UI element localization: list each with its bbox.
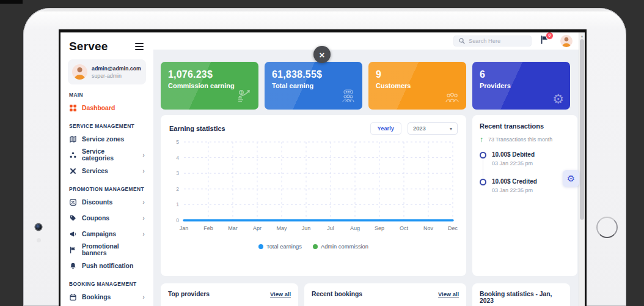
sidebar: Servee admin@admin.com super-admin MAIN … [60,32,153,306]
top-providers-card: Top providers View all [161,283,298,306]
legend-label: Admin commission [321,244,368,250]
stat-value: 9 [376,69,459,80]
dashboard-app: Servee admin@admin.com super-admin MAIN … [60,32,585,306]
profile-card[interactable]: admin@admin.com super-admin [68,59,146,84]
search-box[interactable] [453,35,532,47]
transactions-title: Recent transactions [480,122,570,130]
svg-text:2: 2 [176,186,179,192]
booking-statistics-card: Booking statistics - Jan, 2023 [472,283,570,306]
chevron-right-icon: › [142,215,145,222]
sidebar-item-push-notification[interactable]: Push notification [68,258,146,274]
megaphone-icon [69,231,77,237]
earnings-trend-icon: $ [236,89,252,105]
recent-bookings-card: Recent bookings View all [304,283,466,306]
svg-text:Feb: Feb [203,225,213,231]
svg-text:Apr: Apr [253,225,262,231]
stat-card-total-earning[interactable]: 61,838.55$ Total earning [265,62,362,110]
transaction-item[interactable]: 10.00$ Credited 03 Jan 22:35 pm [480,178,570,193]
profile-role: super-admin [92,73,141,79]
sidebar-item-dashboard[interactable]: Dashboard [68,100,146,116]
card-title: Recent bookings [312,291,362,297]
svg-text:Jan: Jan [180,225,189,231]
top-header: 0 [153,32,585,50]
view-all-link[interactable]: View all [270,291,291,297]
sidebar-item-discounts[interactable]: Discounts › [68,194,146,210]
discount-icon [69,199,77,206]
sidebar-item-label: Service zones [82,136,124,143]
flag-icon [69,247,77,253]
close-button[interactable]: × [313,46,331,63]
home-button[interactable] [596,217,618,238]
scrollbar-up-arrow[interactable]: ▲ [579,32,585,39]
transaction-time: 03 Jan 22:35 pm [492,187,537,193]
stat-card-providers[interactable]: 6 Providers ⚙ [472,62,570,110]
legend-dot-icon [313,244,318,249]
tablet-screen: Servee admin@admin.com super-admin MAIN … [59,29,587,306]
svg-text:Nov: Nov [423,225,434,231]
sidebar-item-service-categories[interactable]: Service categories › [68,147,146,163]
notifications-button[interactable]: 0 [541,35,549,47]
customers-group-icon [444,91,460,105]
legend-item[interactable]: Total earnings [258,244,302,250]
stat-card-commission-earning[interactable]: 1,076.23$ Commission earning $ [161,62,258,110]
svg-text:1: 1 [176,201,179,207]
tag-icon [69,215,77,222]
legend-item[interactable]: Admin commission [313,244,368,250]
transaction-title: 10.00$ Credited [492,178,537,185]
charts-row: Earning statistics Yearly 2023 ▾ 012345J… [161,115,577,276]
trend-up-icon: ↑ [480,136,483,143]
earning-users-icon [340,89,356,105]
sidebar-item-promotional-banners[interactable]: Promotional banners [68,242,146,258]
svg-text:4: 4 [176,155,179,161]
sidebar-item-bookings[interactable]: Bookings › [68,289,146,305]
svg-text:Jun: Jun [302,225,311,231]
sidebar-item-service-zones[interactable]: Service zones [68,131,146,147]
chevron-down-icon: ▾ [450,126,452,132]
svg-text:3: 3 [176,170,179,176]
year-select-value: 2023 [413,125,426,132]
search-input[interactable] [469,38,526,44]
svg-text:Aug: Aug [350,225,360,231]
transaction-time: 03 Jan 22:35 pm [492,160,535,166]
notification-badge: 0 [546,32,554,40]
stat-card-customers[interactable]: 9 Customers [368,62,466,110]
sidebar-item-label: Campaigns [82,231,116,237]
sidebar-item-label: Service categories [82,148,137,162]
section-label-promotion-management: PROMOTION MANAGEMENT [69,186,145,192]
stat-label: Customers [376,82,459,89]
sidebar-item-campaigns[interactable]: Campaigns › [68,226,146,242]
dashboard-content: 1,076.23$ Commission earning $ 61,838.55… [153,50,585,306]
transaction-title: 10.00$ Debited [492,151,535,158]
close-icon: × [320,50,325,60]
sidebar-item-label: Services [82,168,108,174]
timeline-dot-icon [480,179,486,185]
transaction-item[interactable]: 10.00$ Debited 03 Jan 22:35 pm [480,151,570,166]
stat-value: 1,076.23$ [168,69,251,80]
sidebar-item-services[interactable]: Services › [68,163,146,179]
svg-text:0: 0 [176,217,179,223]
search-icon [459,35,465,47]
timeline-dot-icon [480,152,486,159]
sidebar-item-label: Promotional banners [82,243,145,256]
settings-fab-button[interactable]: ⚙ [563,170,579,187]
stats-row: 1,076.23$ Commission earning $ 61,838.55… [161,62,577,110]
sidebar-item-coupons[interactable]: Coupons › [68,210,146,226]
header-avatar[interactable] [560,35,573,47]
bell-icon [69,263,77,269]
sidebar-item-label: Coupons [82,215,109,222]
year-select[interactable]: 2023 ▾ [408,122,458,135]
svg-text:Oct: Oct [400,225,409,231]
gear-icon: ⚙ [552,92,564,105]
period-yearly-button[interactable]: Yearly [370,122,401,135]
view-all-link[interactable]: View all [438,291,459,297]
earning-line-chart: 012345JanFebMarAprMayJunJulAugSepOctNovD… [169,137,458,240]
sidebar-item-label: Bookings [82,294,111,300]
hamburger-menu-icon[interactable] [134,42,145,51]
svg-text:Sep: Sep [375,225,384,231]
map-icon [69,136,77,143]
device-edge-detail [0,0,23,4]
tools-icon [69,168,77,174]
scrollbar-thumb[interactable] [580,39,584,220]
scrollbar[interactable]: ▲ [579,32,585,306]
categories-icon [69,152,77,159]
